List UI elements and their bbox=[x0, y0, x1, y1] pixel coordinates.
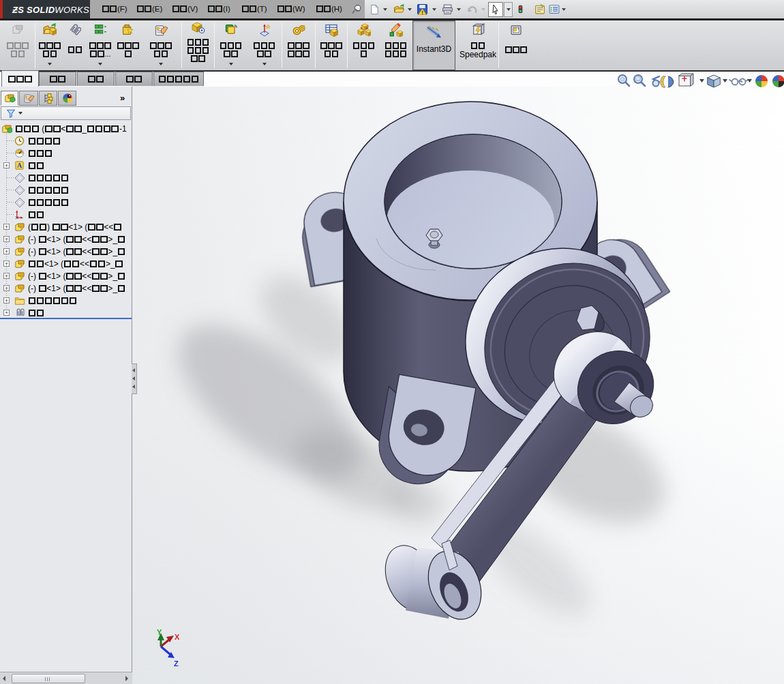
svg-text:Z: Z bbox=[174, 659, 179, 668]
svg-text:X: X bbox=[175, 633, 180, 641]
svg-text:Y: Y bbox=[157, 628, 162, 636]
